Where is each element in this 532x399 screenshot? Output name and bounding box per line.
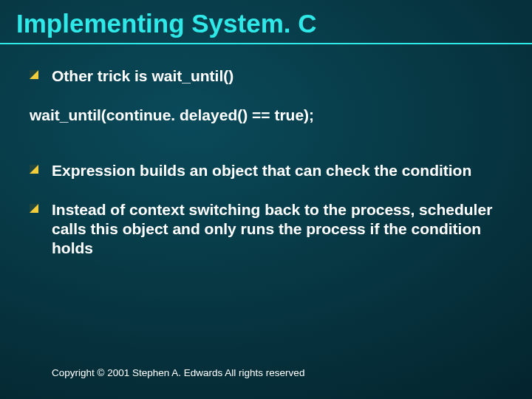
bullet-item: Other trick is wait_until() <box>30 66 510 86</box>
code-line: wait_until(continue. delayed() == true); <box>30 106 510 124</box>
spacer <box>30 194 510 200</box>
copyright-footer: Copyright © 2001 Stephen A. Edwards All … <box>52 367 304 378</box>
bullet-text: Instead of context switching back to the… <box>52 200 510 259</box>
title-underline <box>0 43 532 44</box>
slide: Implementing System. C Other trick is wa… <box>0 0 532 399</box>
square-bullet-icon <box>30 204 43 213</box>
bullet-item: Expression builds an object that can che… <box>30 161 510 180</box>
slide-title: Implementing System. C <box>16 9 516 43</box>
square-bullet-icon <box>30 165 43 174</box>
square-bullet-icon <box>30 70 43 79</box>
slide-content: Other trick is wait_until() wait_until(c… <box>30 66 510 279</box>
bullet-text: Other trick is wait_until() <box>52 66 510 86</box>
bullet-item: Instead of context switching back to the… <box>30 200 510 259</box>
bullet-text: Expression builds an object that can che… <box>52 161 510 180</box>
